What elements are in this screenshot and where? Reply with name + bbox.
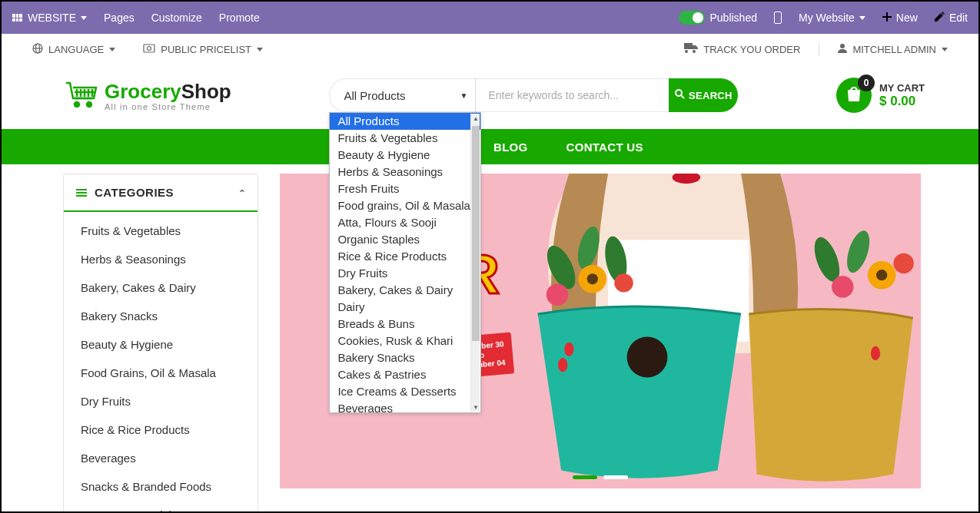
plus-icon bbox=[882, 12, 892, 24]
dropdown-option[interactable]: Fruits & Vegetables bbox=[330, 130, 480, 147]
promote-link[interactable]: Promote bbox=[219, 12, 260, 24]
website-menu[interactable]: WEBSITE bbox=[12, 12, 87, 24]
menu-icon bbox=[76, 189, 87, 197]
carousel-indicator[interactable] bbox=[573, 475, 597, 479]
svg-point-17 bbox=[546, 283, 568, 305]
my-website-menu[interactable]: My Website bbox=[799, 12, 865, 24]
new-button[interactable]: New bbox=[882, 12, 918, 24]
pricelist-icon bbox=[143, 44, 155, 55]
svg-point-4 bbox=[840, 44, 845, 48]
divider bbox=[819, 42, 819, 56]
svg-point-27 bbox=[871, 346, 880, 360]
dropdown-scrollbar[interactable]: ▲ ▼ bbox=[470, 114, 480, 412]
carousel-indicator[interactable] bbox=[603, 475, 628, 479]
chevron-down-icon bbox=[942, 48, 948, 51]
chevron-down-icon bbox=[109, 48, 115, 51]
dropdown-option[interactable]: Dairy bbox=[330, 299, 480, 316]
category-item[interactable]: Herbs & Seasonings bbox=[64, 245, 257, 273]
dropdown-option[interactable]: Herbs & Seasonings bbox=[330, 164, 480, 180]
mobile-preview[interactable] bbox=[774, 12, 782, 24]
dropdown-option[interactable]: Beauty & Hygiene bbox=[330, 147, 480, 164]
truck-icon bbox=[684, 43, 698, 55]
svg-point-23 bbox=[832, 276, 853, 297]
search-icon bbox=[675, 89, 685, 101]
logo-cart-icon bbox=[63, 75, 100, 115]
category-item[interactable]: Food Grains, Oil & Masala bbox=[64, 359, 257, 387]
svg-rect-2 bbox=[144, 45, 154, 52]
dropdown-option[interactable]: Atta, Flours & Sooji bbox=[330, 214, 480, 231]
svg-point-26 bbox=[558, 358, 567, 372]
chevron-down-icon bbox=[859, 16, 865, 20]
logo-subtitle: All in one Store Theme bbox=[105, 102, 231, 111]
svg-point-7 bbox=[676, 90, 682, 96]
track-order-link[interactable]: TRACK YOU ORDER bbox=[684, 43, 800, 55]
customize-link[interactable]: Customize bbox=[151, 12, 202, 24]
website-label: WEBSITE bbox=[28, 12, 76, 24]
chevron-down-icon: ⌄ bbox=[238, 187, 246, 198]
cart-badge: 0 bbox=[858, 74, 875, 91]
cart-label: MY CART bbox=[879, 82, 925, 94]
dropdown-option[interactable]: Cakes & Pastries bbox=[330, 366, 480, 383]
svg-point-16 bbox=[587, 273, 598, 284]
dropdown-option[interactable]: Beverages bbox=[330, 400, 480, 413]
scroll-down-icon[interactable]: ▼ bbox=[471, 402, 480, 412]
category-item[interactable]: Eggs, Meat & Fish bbox=[64, 501, 257, 513]
categories-sidebar: CATEGORIES ⌄ Fruits & VegetablesHerbs & … bbox=[63, 174, 258, 513]
globe-icon bbox=[32, 43, 43, 56]
svg-point-24 bbox=[893, 253, 913, 273]
scroll-thumb[interactable] bbox=[472, 126, 480, 341]
cart-amount: $ 0.00 bbox=[879, 94, 925, 109]
category-item[interactable]: Bakery Snacks bbox=[64, 302, 257, 330]
dropdown-option[interactable]: Ice Creams & Desserts bbox=[330, 383, 480, 400]
chevron-down-icon: ▼ bbox=[460, 91, 467, 100]
category-item[interactable]: Snacks & Branded Foods bbox=[64, 472, 257, 501]
categories-header[interactable]: CATEGORIES ⌄ bbox=[64, 174, 257, 212]
published-toggle[interactable]: Published bbox=[679, 11, 757, 25]
svg-point-22 bbox=[876, 270, 887, 280]
chevron-down-icon bbox=[257, 48, 263, 51]
search-button[interactable]: SEARCH bbox=[669, 78, 738, 112]
dropdown-option[interactable]: All Products bbox=[330, 113, 480, 130]
cart-button[interactable]: 0 bbox=[836, 78, 872, 113]
svg-point-3 bbox=[148, 46, 151, 50]
pages-link[interactable]: Pages bbox=[104, 12, 135, 24]
grid-icon bbox=[12, 14, 23, 22]
svg-point-11 bbox=[627, 337, 668, 378]
category-item[interactable]: Beverages bbox=[64, 444, 257, 472]
category-item[interactable]: Beauty & Hygiene bbox=[64, 330, 257, 359]
dropdown-option[interactable]: Fresh Fruits bbox=[330, 180, 480, 197]
language-select[interactable]: LANGUAGE bbox=[32, 43, 115, 56]
nav-blog[interactable]: BLOG bbox=[493, 141, 528, 154]
phone-icon bbox=[774, 12, 782, 24]
svg-point-25 bbox=[564, 343, 573, 356]
svg-point-6 bbox=[87, 102, 91, 107]
dropdown-option[interactable]: Bakery, Cakes & Dairy bbox=[330, 282, 480, 299]
dropdown-option[interactable]: Breads & Buns bbox=[330, 316, 480, 333]
category-item[interactable]: Dry Fruits bbox=[64, 387, 257, 415]
dropdown-option[interactable]: Cookies, Rusk & Khari bbox=[330, 333, 480, 349]
edit-button[interactable]: Edit bbox=[935, 12, 968, 24]
user-menu[interactable]: MITCHELL ADMIN bbox=[838, 43, 948, 55]
dropdown-option[interactable]: Bakery Snacks bbox=[330, 349, 480, 366]
chevron-down-icon bbox=[81, 16, 87, 20]
pencil-icon bbox=[935, 12, 945, 24]
dropdown-option[interactable]: Organic Staples bbox=[330, 231, 480, 248]
pricelist-select[interactable]: PUBLIC PRICELIST bbox=[143, 44, 263, 55]
nav-contact[interactable]: CONTACT US bbox=[566, 141, 643, 154]
category-item[interactable]: Fruits & Vegetables bbox=[64, 217, 257, 245]
dropdown-option[interactable]: Rice & Rice Products bbox=[330, 248, 480, 265]
svg-point-5 bbox=[75, 102, 79, 107]
dropdown-option[interactable]: Dry Fruits bbox=[330, 265, 480, 282]
search-input[interactable] bbox=[475, 78, 669, 112]
category-item[interactable]: Rice & Rice Products bbox=[64, 415, 257, 444]
toggle-icon bbox=[679, 11, 705, 25]
category-dropdown: All ProductsFruits & VegetablesBeauty & … bbox=[329, 112, 481, 413]
svg-point-18 bbox=[614, 273, 633, 292]
site-logo[interactable]: GroceryShop All in one Store Theme bbox=[63, 75, 231, 115]
logo-title: GroceryShop bbox=[105, 80, 231, 104]
search-category-select[interactable]: All Products ▼ bbox=[329, 78, 475, 112]
scroll-up-icon[interactable]: ▲ bbox=[471, 114, 480, 123]
category-item[interactable]: Bakery, Cakes & Dairy bbox=[64, 273, 257, 302]
dropdown-option[interactable]: Food grains, Oil & Masala bbox=[330, 197, 480, 214]
user-icon bbox=[838, 43, 847, 55]
